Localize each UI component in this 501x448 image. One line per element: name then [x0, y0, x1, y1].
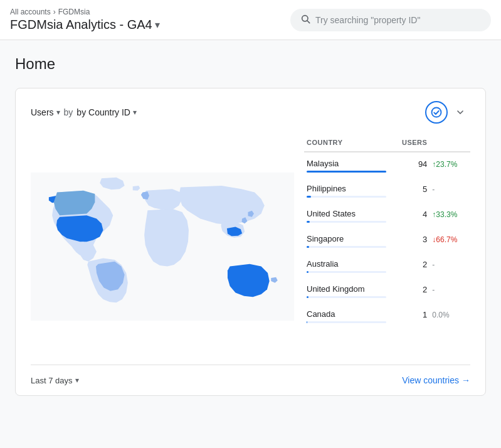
app-title[interactable]: FGDMsia Analytics - GA4 ▾: [10, 18, 160, 32]
breadcrumb-current: FGDMsia: [58, 8, 90, 16]
breadcrumb-separator: ›: [53, 8, 56, 16]
country-cell: Singapore: [304, 228, 389, 253]
title-dropdown-icon[interactable]: ▾: [155, 19, 160, 31]
page-content: Home Users ▾ by by Country ID ▾: [0, 40, 501, 411]
search-placeholder: Try searching "property ID": [315, 15, 420, 25]
country-bar-bg: [307, 246, 386, 248]
widget-dropdown-button[interactable]: [450, 102, 470, 122]
users-cell: 2: [389, 253, 430, 278]
table-row: United Kingdom 2-: [304, 278, 470, 303]
page-title: Home: [15, 55, 486, 73]
svg-point-2: [432, 108, 441, 117]
widget-dimension[interactable]: by Country ID: [76, 107, 130, 117]
country-cell: Canada: [304, 303, 389, 328]
country-name[interactable]: Australia: [307, 259, 386, 269]
table-row: Malaysia 94↑23.7%: [304, 152, 470, 178]
check-circle-button[interactable]: [425, 101, 448, 124]
change-col-header: [430, 134, 470, 152]
change-value: -: [432, 185, 435, 194]
country-name[interactable]: Singapore: [307, 234, 386, 243]
country-bar-bg: [307, 196, 386, 198]
time-range-selector[interactable]: Last 7 days ▾: [31, 376, 79, 385]
country-bar-bg: [307, 321, 386, 323]
app-header: All accounts › FGDMsia FGDMsia Analytics…: [0, 0, 501, 40]
change-value: 0.0%: [432, 311, 449, 319]
country-bar-bg: [307, 221, 386, 223]
table-row: Singapore 3↓66.7%: [304, 228, 470, 253]
table-row: Philippines 5-: [304, 178, 470, 203]
country-bar-bg: [307, 296, 386, 298]
app-title-text: FGDMsia Analytics - GA4: [10, 18, 152, 32]
users-value: 3: [423, 235, 427, 244]
users-value: 4: [423, 210, 427, 219]
widget-title-by: by: [64, 107, 73, 117]
country-name[interactable]: Philippines: [307, 184, 386, 193]
users-cell: 2: [389, 278, 430, 303]
change-value: ↑33.3%: [432, 210, 457, 219]
country-bar: [307, 221, 310, 223]
users-cell: 5: [389, 178, 430, 203]
time-range-caret: ▾: [75, 376, 79, 385]
country-name[interactable]: United Kingdom: [307, 284, 386, 294]
country-bar: [307, 321, 307, 323]
widget-card: Users ▾ by by Country ID ▾: [15, 88, 486, 396]
change-value: ↓66.7%: [432, 235, 457, 244]
widget-controls: [425, 101, 470, 124]
breadcrumb: All accounts › FGDMsia: [10, 8, 160, 16]
time-range-label: Last 7 days: [31, 376, 73, 385]
table-area: COUNTRY USERS Malaysia 94↑23.7% Philippi…: [294, 134, 470, 328]
users-value: 5: [423, 184, 427, 194]
table-row: Australia 2-: [304, 253, 470, 278]
country-bar: [307, 196, 311, 198]
country-bar: [307, 171, 386, 173]
country-name[interactable]: Malaysia: [307, 159, 386, 168]
country-bar-bg: [307, 171, 386, 173]
world-map: [31, 134, 294, 360]
country-bar: [307, 246, 309, 248]
view-countries-arrow: →: [461, 375, 470, 385]
change-cell: -: [430, 253, 470, 278]
widget-dimension-dropdown-icon[interactable]: ▾: [133, 108, 137, 117]
view-countries-link[interactable]: View countries →: [402, 375, 470, 385]
country-bar-bg: [307, 271, 386, 273]
country-table: COUNTRY USERS Malaysia 94↑23.7% Philippi…: [304, 134, 470, 328]
users-cell: 3: [389, 228, 430, 253]
country-name[interactable]: United States: [307, 209, 386, 218]
country-col-header: COUNTRY: [304, 134, 389, 152]
country-cell: United Kingdom: [304, 278, 389, 303]
table-header-row: COUNTRY USERS: [304, 134, 470, 152]
search-bar[interactable]: Try searching "property ID": [290, 9, 491, 31]
svg-line-1: [307, 21, 310, 23]
country-cell: Australia: [304, 253, 389, 278]
change-cell: ↓66.7%: [430, 228, 470, 253]
view-countries-text: View countries: [402, 375, 459, 385]
country-name[interactable]: Canada: [307, 309, 386, 319]
widget-title: Users ▾ by by Country ID ▾: [31, 107, 137, 117]
change-cell: ↑23.7%: [430, 152, 470, 178]
widget-body: COUNTRY USERS Malaysia 94↑23.7% Philippi…: [31, 134, 470, 360]
users-cell: 94: [389, 152, 430, 178]
table-row: Canada 10.0%: [304, 303, 470, 328]
users-value: 94: [418, 159, 427, 169]
breadcrumb-root[interactable]: All accounts: [10, 8, 51, 16]
search-icon: [300, 14, 310, 26]
country-table-body: Malaysia 94↑23.7% Philippines 5- United …: [304, 152, 470, 328]
change-value: ↑23.7%: [432, 160, 457, 169]
widget-footer: Last 7 days ▾ View countries →: [31, 365, 470, 395]
users-cell: 1: [389, 303, 430, 328]
users-value: 1: [423, 310, 427, 319]
change-value: -: [432, 260, 435, 269]
change-cell: -: [430, 278, 470, 303]
change-cell: 0.0%: [430, 303, 470, 328]
change-cell: -: [430, 178, 470, 203]
country-bar: [307, 271, 309, 273]
users-value: 2: [423, 285, 427, 294]
country-cell: Philippines: [304, 178, 389, 203]
widget-header: Users ▾ by by Country ID ▾: [31, 101, 470, 124]
widget-metric[interactable]: Users: [31, 107, 54, 117]
change-value: -: [432, 285, 435, 294]
country-bar: [307, 296, 309, 298]
widget-metric-dropdown-icon[interactable]: ▾: [56, 108, 60, 117]
users-cell: 4: [389, 203, 430, 228]
users-col-header: USERS: [389, 134, 430, 152]
